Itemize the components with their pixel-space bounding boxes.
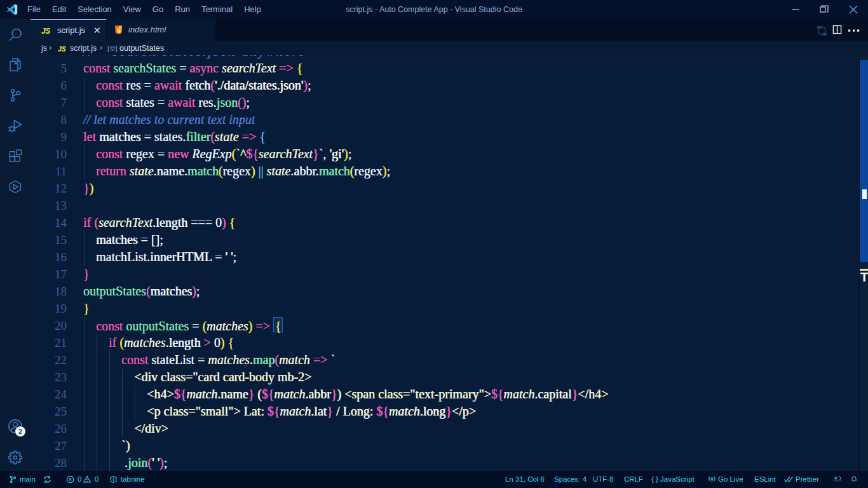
svg-text:5: 5 — [117, 27, 121, 34]
